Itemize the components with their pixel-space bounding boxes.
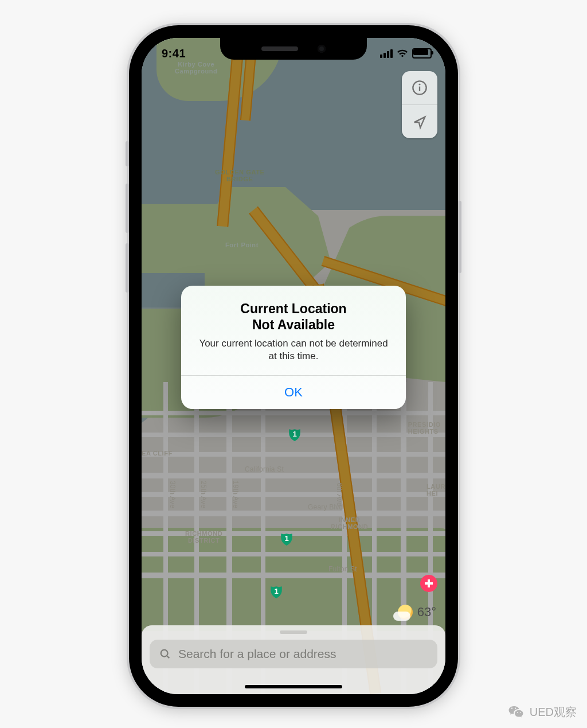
weather-temp: 63°: [417, 605, 436, 620]
area-richmond-district: RICHMOND DISTRICT: [185, 530, 222, 544]
road-19th: 19th Ave: [232, 481, 239, 508]
alert-message: Your current location can not be determi…: [195, 337, 392, 363]
svg-text:1: 1: [274, 587, 278, 595]
watermark-text: UED观察: [530, 704, 577, 720]
road-fulton: Fulton St: [328, 566, 357, 573]
weather-chip[interactable]: 63°: [398, 605, 436, 620]
medical-pin-icon[interactable]: [420, 575, 437, 592]
road-california: California St: [245, 466, 284, 473]
road-25th: 25th Ave: [200, 481, 207, 508]
volume-up-button: [126, 184, 129, 233]
info-icon: [412, 80, 428, 96]
status-time: 9:41: [162, 47, 186, 60]
sheet-grabber[interactable]: [280, 630, 307, 634]
poi-fort-point: Fort Point: [225, 242, 259, 248]
search-sheet[interactable]: Search for a place or address: [142, 625, 445, 694]
area-sea-cliff: EA CLIFF: [142, 450, 173, 457]
locate-me-button[interactable]: [402, 104, 437, 138]
svg-point-7: [161, 650, 168, 657]
road-30th: 30th Ave: [169, 481, 176, 508]
area-inner-richmond: INNER RICHMOND: [331, 516, 368, 530]
route-shield-icon: 1: [287, 427, 302, 442]
cellular-icon: [380, 49, 393, 58]
poi-golden-gate: GOLDEN GATE BRIDGE: [215, 169, 264, 182]
notch: [220, 38, 367, 60]
road-6th: 6th Ave: [336, 482, 343, 506]
volume-down-button: [126, 243, 129, 293]
watermark: UED观察: [508, 704, 577, 720]
route-shield-icon: 1: [269, 584, 284, 599]
mute-switch: [126, 141, 129, 166]
wifi-icon: [397, 49, 408, 58]
wechat-icon: [508, 704, 524, 720]
svg-line-8: [167, 656, 169, 658]
screen: Kirby Cove Campground GOLDEN GATE BRIDGE…: [142, 38, 445, 694]
alert-ok-button[interactable]: OK: [181, 376, 406, 409]
svg-text:1: 1: [284, 534, 288, 543]
phone-frame: Kirby Cove Campground GOLDEN GATE BRIDGE…: [129, 25, 458, 707]
sun-icon: [398, 605, 413, 620]
svg-text:1: 1: [292, 430, 296, 438]
location-alert: Current Location Not Available Your curr…: [181, 286, 406, 409]
map-controls: [402, 71, 437, 138]
home-indicator[interactable]: [245, 685, 342, 688]
location-arrow-icon: [412, 114, 428, 130]
power-button: [458, 201, 461, 273]
search-icon: [159, 648, 171, 660]
battery-icon: [412, 48, 432, 59]
route-shield-icon: 1: [279, 531, 294, 546]
svg-point-6: [419, 84, 421, 85]
alert-title: Current Location Not Available: [195, 301, 392, 333]
map-info-button[interactable]: [402, 71, 437, 104]
area-laurel-heights: LAUR HEI: [426, 483, 445, 497]
area-presidio-heights: PRESIDIO HEIGHTS: [408, 421, 441, 435]
search-placeholder: Search for a place or address: [178, 647, 336, 661]
search-field[interactable]: Search for a place or address: [150, 640, 437, 668]
